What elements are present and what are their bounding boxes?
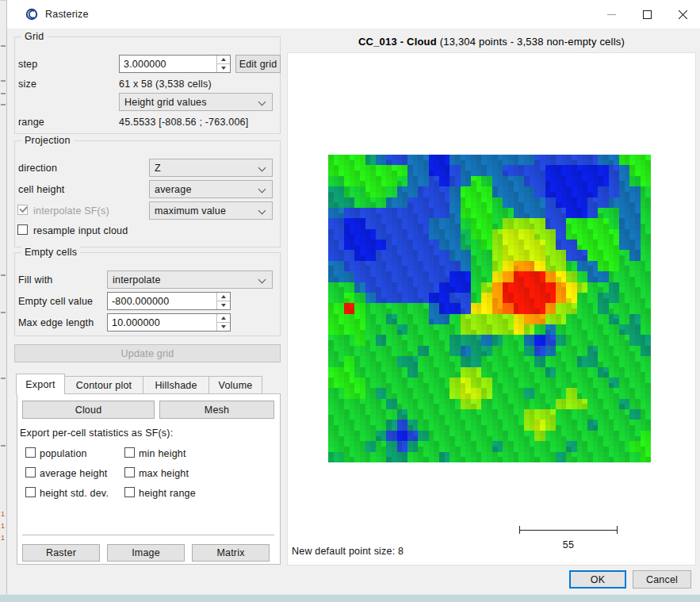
background-fragment (1, 445, 6, 447)
chevron-down-icon (258, 186, 266, 194)
height-range-checkbox[interactable] (124, 487, 135, 497)
background-fragment (1, 104, 6, 105)
maximize-icon (643, 10, 652, 19)
empty-cell-value-label: Empty cell value (18, 296, 93, 307)
tab-volume[interactable]: Volume (209, 376, 262, 394)
tab-hillshade[interactable]: Hillshade (143, 376, 209, 394)
fill-with-value: interpolate (113, 274, 161, 286)
height-std-dev-checkbox[interactable] (25, 487, 36, 497)
minimize-button[interactable] (594, 0, 629, 29)
close-button[interactable] (665, 0, 700, 29)
background-fragment (1, 45, 6, 47)
background-fragment (1, 80, 6, 82)
population-label: population (40, 448, 87, 459)
resample-label: resample input cloud (33, 225, 128, 236)
background-fragment (1, 378, 6, 379)
scale-bar-tick (617, 526, 618, 534)
chevron-down-icon (258, 164, 266, 172)
interpolate-sf-value: maximum value (155, 205, 226, 217)
resample-checkbox[interactable] (17, 224, 28, 235)
average-height-label: average height (40, 468, 108, 479)
interpolate-sf-combobox[interactable]: maximum value (149, 201, 273, 220)
max-height-checkbox[interactable] (124, 467, 135, 477)
step-label: step (18, 59, 37, 70)
interpolate-sf-label: interpolate SF(s) (33, 205, 109, 217)
background-fragment (1, 312, 6, 313)
direction-combobox[interactable]: Z (149, 159, 273, 177)
tab-contour-plot[interactable]: Contour plot (65, 376, 143, 394)
cell-height-value: average (155, 184, 192, 195)
export-mesh-button[interactable]: Mesh (159, 401, 274, 419)
interpolate-sf-checkbox[interactable] (17, 205, 28, 215)
spin-down-icon[interactable] (217, 64, 230, 72)
size-value: 61 x 58 (3,538 cells) (119, 79, 212, 90)
grid-group-label: Grid (21, 31, 47, 42)
background-fragment (1, 274, 6, 276)
min-height-checkbox[interactable] (124, 447, 135, 458)
direction-label: direction (18, 163, 57, 174)
population-checkbox[interactable] (25, 447, 36, 458)
height-range-label: height range (139, 488, 196, 499)
scale-bar-line (519, 530, 618, 531)
preview-title: CC_013 - Cloud (13,304 points - 3,538 no… (287, 36, 696, 48)
raster-preview[interactable] (328, 155, 651, 462)
background-number: 1 (1, 511, 5, 518)
minimize-icon (607, 14, 616, 15)
export-cloud-button[interactable]: Cloud (22, 401, 155, 419)
spin-down-icon[interactable] (217, 301, 230, 309)
spin-up-icon[interactable] (217, 56, 230, 64)
step-spin-buttons[interactable] (216, 56, 230, 72)
chevron-down-icon (258, 207, 266, 215)
cancel-button[interactable]: Cancel (633, 570, 691, 589)
update-grid-button[interactable]: Update grid (14, 344, 281, 362)
max-edge-length-spinbox[interactable]: 10.000000 (107, 313, 231, 332)
background-number: 1 (1, 523, 5, 530)
projection-group-label: Projection (21, 135, 74, 146)
background-taskbar-strip (0, 594, 700, 602)
export-raster-button[interactable]: Raster (22, 544, 100, 562)
chevron-down-icon (258, 276, 266, 284)
min-height-label: min height (139, 448, 186, 459)
tab-export[interactable]: Export (16, 374, 65, 394)
empty-cell-value-spinbox[interactable]: -800.000000 (107, 292, 231, 310)
maximize-button[interactable] (629, 0, 665, 29)
cell-height-label: cell height (18, 184, 65, 195)
window-title: Rasterize (45, 9, 89, 20)
average-height-checkbox[interactable] (25, 467, 36, 477)
cell-height-combobox[interactable]: average (149, 180, 273, 198)
export-stats-label: Export per-cell statistics as SF(s): (20, 428, 173, 439)
empty-cells-group-label: Empty cells (21, 247, 80, 258)
titlebar[interactable]: Rasterize (7, 0, 700, 29)
empty-cell-spin-buttons[interactable] (216, 293, 230, 309)
point-size-status: New default point size: 8 (292, 546, 404, 557)
height-std-dev-label: height std. dev. (40, 488, 109, 499)
scale-bar-tick (519, 526, 520, 534)
range-value: 45.5533 [-808.56 ; -763.006] (119, 117, 248, 128)
max-edge-spin-buttons[interactable] (216, 314, 230, 331)
scale-bar (519, 526, 618, 534)
range-label: range (18, 117, 44, 128)
cloudcompare-logo-icon (25, 7, 39, 21)
preview-title-bold: CC_013 - Cloud (358, 36, 437, 48)
chevron-down-icon (258, 98, 266, 106)
background-number: 1 (1, 535, 5, 542)
fill-with-combobox[interactable]: interpolate (107, 270, 273, 289)
step-spinbox[interactable]: 3.000000 (119, 55, 231, 73)
edit-grid-button[interactable]: Edit grid (235, 55, 281, 73)
spin-up-icon[interactable] (217, 293, 230, 301)
active-layer-combobox[interactable]: Height grid values (119, 93, 273, 111)
export-image-button[interactable]: Image (107, 544, 185, 562)
export-separator (22, 535, 274, 535)
step-value: 3.000000 (124, 59, 166, 70)
ok-button[interactable]: OK (569, 570, 626, 589)
screen: 1 1 1 Rasterize Grid step 3.000000 (0, 0, 700, 602)
export-tab-pane (17, 393, 281, 565)
spin-up-icon[interactable] (217, 314, 230, 323)
export-matrix-button[interactable]: Matrix (192, 544, 270, 562)
spin-down-icon[interactable] (217, 323, 230, 331)
active-layer-value: Height grid values (124, 97, 207, 108)
rasterize-dialog: Rasterize Grid step 3.000000 Edit grid s… (6, 0, 700, 594)
preview-title-rest: (13,304 points - 3,538 non-empty cells) (437, 36, 625, 48)
close-icon (678, 10, 688, 20)
fill-with-label: Fill with (18, 274, 52, 286)
